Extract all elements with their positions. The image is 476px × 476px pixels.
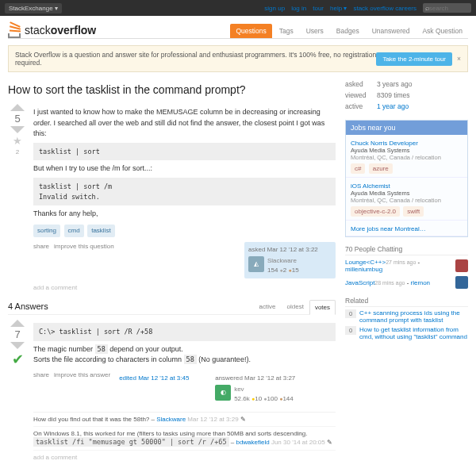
link-help[interactable]: help ▾ — [330, 5, 347, 12]
edit-icon: ✎ — [327, 439, 332, 446]
chat-widget: 70 People Chatting Lounge<C++>27 mins ag… — [345, 245, 468, 289]
tab-oldest[interactable]: oldest — [282, 299, 309, 314]
improve-link[interactable]: improve this answer — [54, 370, 110, 407]
link-signup[interactable]: sign up — [264, 5, 285, 12]
tab-users[interactable]: Users — [301, 24, 329, 38]
jobs-header: Jobs near you — [346, 121, 467, 135]
share-link[interactable]: share — [33, 370, 49, 407]
add-comment-link[interactable]: add a comment — [33, 454, 336, 461]
avatar[interactable]: ◭ — [248, 256, 264, 272]
page-title: How to sort the tasklist in the command … — [8, 83, 336, 96]
sidebar: asked3 years ago viewed8309 times active… — [345, 79, 468, 467]
answer: 7 ✔ C:\> tasklist | sort /R /+58 The mag… — [8, 320, 336, 412]
answer-text: The magic number 58 depend on your outpu… — [33, 344, 336, 366]
answers-header: 4 Answers active oldest votes — [8, 299, 336, 315]
add-comment-link[interactable]: add a comment — [33, 283, 336, 293]
search-input[interactable] — [429, 5, 469, 12]
avatar — [455, 259, 468, 272]
user-link[interactable]: Slackware — [156, 416, 186, 423]
avatar — [455, 276, 468, 289]
stackoverflow-icon — [8, 22, 22, 38]
link-login[interactable]: log in — [291, 5, 306, 12]
tab-votes[interactable]: votes — [309, 300, 336, 315]
upvote-icon[interactable] — [10, 320, 25, 327]
tour-button[interactable]: Take the 2-minute tour — [376, 52, 452, 66]
link-careers[interactable]: stack overflow careers — [353, 5, 416, 12]
logo[interactable]: stackoverflow — [8, 22, 96, 38]
tab-active[interactable]: active — [254, 299, 282, 314]
share-link[interactable]: share — [33, 242, 49, 278]
vote-count: 5 — [14, 113, 20, 125]
question-text: Thanks for any help, — [33, 209, 336, 220]
question: 5 ★ 2 I just wanted to know how to make … — [8, 104, 336, 299]
avatar[interactable]: ◐ — [215, 385, 231, 401]
favorite-icon[interactable]: ★ — [13, 135, 22, 147]
user-link[interactable]: bdwakefield — [236, 439, 269, 446]
tab-ask[interactable]: Ask Question — [416, 24, 468, 38]
user-signature: answered Mar 12 '12 at 3:27 ◐ kev 52.6k … — [211, 370, 302, 407]
question-text: But when I try to use the /m for sort...… — [33, 163, 336, 175]
code-block: tasklist | sort — [33, 143, 336, 161]
tag[interactable]: sorting — [33, 225, 60, 237]
related-widget: Related 0C++ scanning process ids using … — [345, 297, 468, 340]
job-listing[interactable]: Chuck Norris Developer Ayuda Media Syste… — [346, 135, 467, 178]
tab-badges[interactable]: Badges — [331, 24, 365, 38]
edit-icon: ✎ — [240, 416, 246, 423]
chat-room[interactable]: JavaScript28 mins ago - rlemon — [345, 276, 468, 289]
related-link[interactable]: 0C++ scanning process ids using the comm… — [345, 309, 468, 324]
welcome-banner: Stack Overflow is a question and answer … — [8, 45, 468, 72]
jobs-widget: Jobs near you Chuck Norris Developer Ayu… — [345, 120, 468, 237]
more-jobs-link[interactable]: More jobs near Montreal… — [351, 225, 426, 232]
downvote-icon[interactable] — [10, 126, 25, 133]
stackexchange-menu[interactable]: StackExchange ▾ — [5, 3, 62, 13]
banner-text: Stack Overflow is a question and answer … — [15, 51, 376, 67]
link-tour[interactable]: tour — [313, 5, 324, 12]
related-link[interactable]: 0How to get tasklist information from cm… — [345, 326, 468, 340]
comments: How did you find out that it was the 58t… — [33, 412, 336, 451]
active-link[interactable]: 1 year ago — [377, 102, 409, 110]
answer-count: 4 Answers — [8, 301, 48, 311]
vote-count: 7 — [14, 328, 20, 340]
search-box[interactable]: ⌕ — [423, 3, 471, 13]
improve-link[interactable]: improve this question — [54, 242, 114, 278]
code-block: C:\> tasklist | sort /R /+58 — [33, 323, 336, 341]
edit-signature: edited Mar 12 '12 at 3:45 — [115, 370, 206, 407]
main-nav: Questions Tags Users Badges Unanswered A… — [230, 24, 468, 38]
header: stackoverflow Questions Tags Users Badge… — [0, 16, 476, 38]
tag[interactable]: cmd — [64, 225, 84, 237]
job-listing[interactable]: iOS Alchemist Ayuda Media Systems Montré… — [346, 178, 467, 221]
chat-room[interactable]: Lounge<C++>27 mins ago - milleniumbug — [345, 259, 468, 273]
tab-questions[interactable]: Questions — [230, 24, 271, 38]
user-link[interactable]: Slackware — [267, 257, 297, 264]
question-text: I just wanted to know how to make the ME… — [33, 107, 336, 140]
tag[interactable]: tasklist — [87, 225, 114, 237]
downvote-icon[interactable] — [10, 342, 25, 349]
code-block: tasklist | sort /m Invalid switch. — [33, 178, 336, 206]
tab-unanswered[interactable]: Unanswered — [367, 24, 416, 38]
upvote-icon[interactable] — [10, 104, 25, 111]
user-link[interactable]: kev — [234, 386, 244, 393]
tab-tags[interactable]: Tags — [274, 24, 299, 38]
topbar: StackExchange ▾ sign up log in tour help… — [0, 0, 476, 16]
accepted-icon: ✔ — [12, 351, 24, 368]
user-signature: asked Mar 12 '12 at 3:22 ◭ Slackware 154… — [244, 242, 336, 278]
comment: How did you find out that it was the 58t… — [33, 413, 336, 427]
close-icon[interactable]: × — [457, 55, 461, 63]
favorite-count: 2 — [16, 148, 19, 155]
content: How to sort the tasklist in the command … — [8, 79, 336, 467]
comment: On Windows 8.1, this worked for me (filt… — [33, 427, 336, 451]
